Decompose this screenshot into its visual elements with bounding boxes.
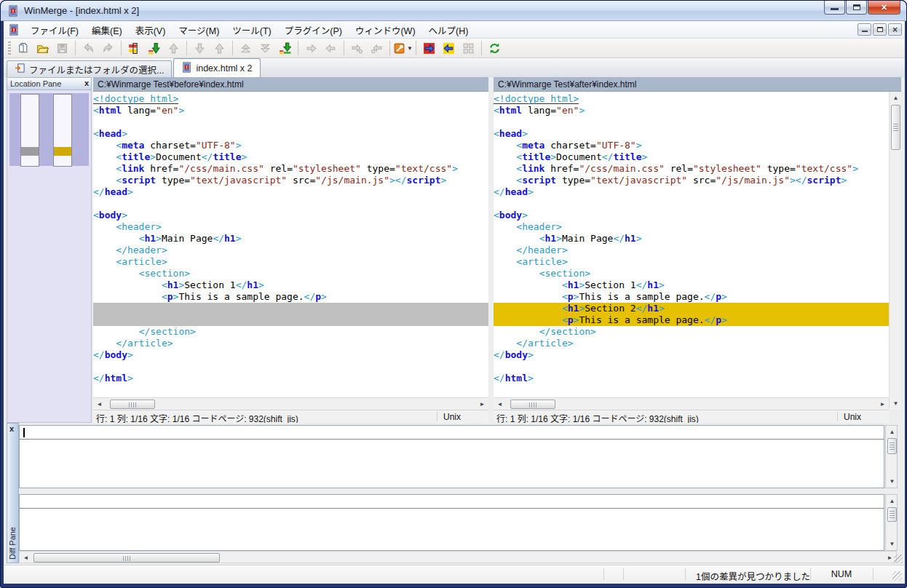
code-line: <p>This is a sample page.</p>: [494, 291, 889, 303]
previous-conflict-button[interactable]: [210, 40, 229, 57]
diff-text-bottom[interactable]: [19, 494, 884, 551]
downgray-icon: [194, 42, 206, 55]
scroll-right-arrow[interactable]: ►: [476, 398, 488, 410]
open-button[interactable]: [33, 40, 52, 57]
previous-difference-button[interactable]: [165, 40, 183, 57]
scroll-down-arrow[interactable]: ▼: [886, 538, 898, 550]
code-line: </header>: [93, 245, 488, 256]
tab-0[interactable]: ファイルまたはフォルダの選択...: [7, 60, 172, 77]
toolbar-separator: [75, 41, 76, 55]
maximize-button[interactable]: [846, 1, 867, 15]
menu-item-7[interactable]: ヘルプ(H): [422, 21, 475, 39]
tab-1-active[interactable]: index.html x 2: [173, 58, 260, 77]
text-caret: [23, 428, 25, 437]
undo-button[interactable]: [79, 40, 98, 57]
left-pane-statusbar: 行: 1 列: 1/16 文字: 1/16 コードページ: 932(shift_…: [93, 410, 488, 423]
code-line: <section>: [93, 268, 488, 279]
diff-text-top[interactable]: [19, 425, 884, 488]
code-line: [494, 198, 889, 210]
diff-pane-caption[interactable]: x Diff Pane: [7, 423, 19, 563]
minimize-button[interactable]: [824, 1, 845, 15]
close-icon: ×: [868, 1, 900, 13]
copy-right-and-advance-button[interactable]: [348, 40, 366, 57]
scroll-right-arrow[interactable]: ►: [876, 398, 889, 410]
diff-placeholder-line: [93, 314, 488, 326]
right-editor[interactable]: <!doctype html><html lang="en"><head> <m…: [494, 92, 889, 397]
new-icon: [17, 42, 29, 55]
minimize-icon: [831, 8, 839, 10]
pane-splitter[interactable]: [488, 77, 494, 423]
code-line: <h1>Section 1</h1>: [93, 279, 488, 291]
scroll-thumb[interactable]: [887, 438, 897, 454]
code-line: <head>: [494, 128, 889, 140]
diff-pane-size-grip[interactable]: [894, 555, 903, 563]
menu-bar: ファイル(F)編集(E)表示(V)マージ(M)ツール(T)プラグイン(P)ウィン…: [4, 21, 905, 39]
copy-left-button[interactable]: [322, 40, 340, 57]
location-bar-right-file[interactable]: [53, 94, 72, 167]
code-line: [93, 198, 488, 210]
scroll-thumb[interactable]: [33, 553, 220, 563]
location-pane-close-button[interactable]: x: [84, 79, 89, 87]
window-size-grip[interactable]: [892, 571, 902, 581]
next-difference-button[interactable]: [145, 40, 163, 57]
menu-item-6[interactable]: ウィンドウ(W): [349, 21, 422, 39]
close-button[interactable]: ×: [868, 1, 900, 15]
code-line: </body>: [494, 349, 889, 361]
next-conflict-button[interactable]: [191, 40, 209, 57]
code-line: </head>: [494, 186, 889, 198]
scroll-thumb[interactable]: [110, 400, 155, 409]
scroll-up-arrow[interactable]: ▲: [886, 495, 898, 507]
scroll-down-arrow[interactable]: ▼: [886, 475, 898, 488]
eol-style-status: Unix: [443, 412, 461, 422]
menu-item-2[interactable]: 表示(V): [129, 21, 173, 39]
current-difference-button[interactable]: [125, 40, 143, 57]
left-file-path: C:¥Winmarge Test¥before¥index.html: [93, 77, 488, 92]
code-line: <header>: [93, 221, 488, 233]
scroll-thumb[interactable]: [891, 105, 900, 150]
scroll-up-arrow[interactable]: ▲: [890, 92, 902, 104]
menu-item-0[interactable]: ファイル(F): [24, 21, 85, 39]
allright-icon: [423, 42, 435, 55]
scroll-left-arrow[interactable]: ◄: [93, 398, 106, 410]
refresh-button[interactable]: [486, 40, 504, 57]
toolbar-grip[interactable]: [8, 41, 11, 55]
copy-all-right-button[interactable]: [420, 40, 438, 57]
left-editor[interactable]: <!doctype html><html lang="en"><head> <m…: [93, 92, 488, 397]
copy-all-left-button[interactable]: [440, 40, 458, 57]
scroll-left-arrow[interactable]: ◄: [494, 398, 506, 410]
scroll-down-arrow[interactable]: ▼: [890, 397, 902, 410]
location-diff-band-gold[interactable]: [54, 147, 71, 156]
first-difference-button[interactable]: [237, 40, 255, 57]
scroll-thumb[interactable]: [510, 400, 555, 409]
copy-left-and-advance-button[interactable]: [368, 40, 386, 57]
dropdown-arrow-icon[interactable]: ▼: [407, 45, 413, 52]
code-line: [93, 116, 488, 128]
mdi-restore-button[interactable]: [873, 23, 887, 36]
location-diff-band-gray[interactable]: [21, 147, 39, 156]
menu-item-1[interactable]: 編集(E): [85, 21, 129, 39]
right-horizontal-scrollbar: ◄ ►: [494, 397, 889, 410]
mdi-minimize-button[interactable]: [858, 23, 871, 36]
options-button[interactable]: ▼: [394, 40, 412, 57]
toolbar-separator: [298, 41, 298, 55]
redo-button[interactable]: [99, 40, 117, 57]
new-file-button[interactable]: [14, 40, 32, 57]
location-bar-left-file[interactable]: [20, 94, 39, 167]
scroll-up-arrow[interactable]: ▲: [886, 426, 898, 438]
save-button[interactable]: [53, 40, 71, 57]
diff-pane-close-button[interactable]: x: [9, 424, 14, 433]
menu-item-4[interactable]: ツール(T): [226, 21, 277, 39]
diff-pane-title: Diff Pane: [8, 527, 17, 560]
code-line: <head>: [93, 128, 488, 140]
menu-item-5[interactable]: プラグイン(P): [278, 21, 349, 39]
menu-item-3[interactable]: マージ(M): [172, 21, 226, 39]
mdi-close-button[interactable]: ×: [888, 23, 902, 36]
scroll-left-arrow[interactable]: ◄: [20, 552, 32, 564]
copy-right-button[interactable]: [302, 40, 320, 57]
view-split-button[interactable]: [459, 40, 478, 57]
scroll-thumb[interactable]: [887, 507, 897, 522]
last-difference-button[interactable]: [276, 40, 294, 57]
current-to-last-difference-button[interactable]: [256, 40, 274, 57]
code-line: </body>: [93, 349, 488, 361]
toolbar-separator: [121, 41, 122, 55]
